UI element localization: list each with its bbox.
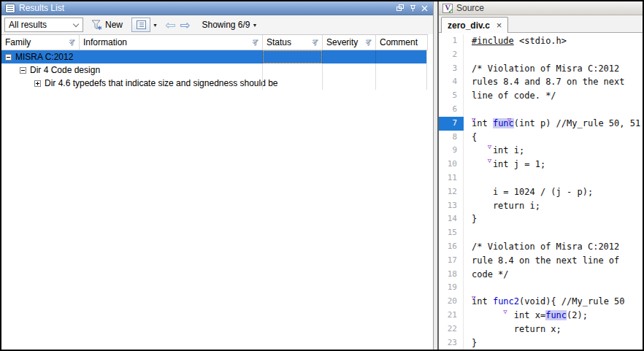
code-line[interactable]: 9▽ int i; (439, 144, 643, 158)
code-line[interactable]: 5line of code. */ (439, 89, 643, 103)
line-number: 14 (439, 212, 464, 226)
layout-caret-icon[interactable]: ▼ (153, 23, 158, 28)
code-text (464, 48, 643, 62)
code-line[interactable]: 23} (439, 336, 643, 350)
code-segment: i = 1024 / (j - p); (472, 187, 593, 197)
code-line[interactable]: 10▽ int j = 1; (439, 158, 643, 171)
status-cell-focus (263, 50, 322, 63)
column-header-label: Comment (380, 37, 425, 47)
next-result-button[interactable]: ⇨ (180, 19, 190, 31)
code-segment: #include (472, 36, 514, 46)
column-header-status[interactable]: Status (263, 35, 323, 50)
results-filter-value: All results (9, 20, 47, 30)
filter-icon[interactable] (311, 39, 320, 47)
column-header-comment[interactable]: Comment (376, 35, 427, 50)
code-segment: { (472, 132, 477, 142)
line-number: 1 (439, 34, 464, 48)
line-number: 4 (439, 75, 464, 89)
tree-expander-plus-icon[interactable] (34, 80, 41, 87)
showing-label: Showing 6/9 (202, 20, 250, 30)
tree-row-label: MISRA C:2012 (15, 52, 73, 62)
float-button[interactable] (396, 4, 405, 12)
code-line[interactable]: 16/* Violation of Misra C:2012 (439, 240, 643, 254)
line-number: 2 (439, 48, 464, 62)
code-line[interactable]: 1#include <stdio.h> (439, 34, 643, 48)
violation-mark-icon[interactable]: ▽ (503, 305, 507, 319)
line-number: 15 (439, 226, 464, 240)
violation-mark-icon[interactable]: ▽ (472, 291, 475, 305)
code-line[interactable]: 17rule 8.4 on the next line of (439, 254, 643, 268)
column-header-label: Severity (326, 37, 364, 47)
code-segment: int x= (472, 310, 545, 320)
code-segment: int i; (472, 145, 524, 155)
code-line[interactable]: 6 (439, 103, 643, 117)
column-header-family[interactable]: Family (1, 35, 80, 50)
code-line[interactable]: 3/* Violation of Misra C:2012 (439, 62, 643, 76)
violation-mark-icon[interactable]: ▽ (472, 113, 475, 127)
chevron-down-icon (73, 20, 79, 26)
line-number: 21 (439, 309, 464, 323)
code-line[interactable]: 11 (439, 171, 643, 185)
violation-mark-icon[interactable]: ▽ (507, 113, 511, 127)
column-header-information[interactable]: Information (80, 35, 263, 50)
code-text: } (464, 336, 643, 350)
pin-button[interactable] (410, 4, 416, 12)
code-line[interactable]: 18code */ (439, 268, 643, 282)
code-line[interactable]: 2 (439, 48, 643, 62)
funnel-new-icon (91, 19, 103, 31)
code-line[interactable]: 12 i = 1024 / (j - p); (439, 185, 643, 199)
line-number: 22 (439, 323, 464, 336)
tree-row-label: Dir 4.6 typedefs that indicate size and … (45, 78, 278, 88)
chevron-down-icon: ▼ (253, 23, 258, 28)
column-header-severity[interactable]: Severity (323, 35, 376, 50)
line-number: 17 (439, 254, 464, 268)
code-line[interactable]: 19 (439, 281, 643, 295)
layout-options-button[interactable] (131, 18, 150, 32)
code-line[interactable]: 20▽int func2(void){ //My_rule 50 (439, 295, 643, 309)
float-icon (396, 4, 405, 12)
code-segment: return i; (472, 201, 540, 211)
function-link[interactable]: func (545, 310, 567, 320)
results-filter-dropdown[interactable]: All results (4, 18, 83, 32)
arrow-left-icon: ⇦ (165, 18, 175, 32)
results-tree-row[interactable]: Dir 4.6 typedefs that indicate size and … (1, 77, 427, 90)
code-line[interactable]: 21▽ int x=func(2); (439, 309, 643, 323)
code-line[interactable]: 14} (439, 212, 643, 226)
previous-result-button[interactable]: ⇦ (165, 19, 175, 31)
tab-zero-div-c[interactable]: zero_div.c × (441, 17, 508, 33)
code-line[interactable]: 8{ (439, 131, 643, 144)
filter-icon[interactable] (364, 39, 373, 47)
tree-expander-minus-icon[interactable] (5, 54, 12, 61)
code-text: ▽ int j = 1; (464, 158, 643, 171)
column-separator (375, 63, 376, 77)
line-number: 16 (439, 240, 464, 254)
code-segment: code */ (472, 269, 509, 279)
code-text (464, 281, 643, 295)
code-line[interactable]: 7▽▽int func(int p) //My_rule 50, 51 (439, 117, 643, 131)
code-line[interactable]: 15 (439, 226, 643, 240)
filter-icon[interactable] (251, 39, 260, 47)
results-table-body: MISRA C:2012Dir 4 Code designDir 4.6 typ… (1, 50, 433, 350)
results-toolbar: All results New ▼ ⇦ ⇨ Showing 6/9 ▼ (1, 15, 433, 34)
line-number: 8 (439, 131, 464, 144)
column-separator (375, 50, 376, 63)
violation-mark-icon[interactable]: ▽ (488, 154, 491, 168)
tab-close-icon[interactable]: × (497, 22, 502, 29)
violation-mark-icon[interactable]: ▽ (488, 140, 491, 154)
results-tree-row[interactable]: Dir 4 Code design (1, 63, 427, 77)
results-tree-row[interactable]: MISRA C:2012 (1, 50, 427, 63)
code-text: /* Violation of Misra C:2012 (464, 240, 643, 254)
close-button[interactable] (421, 5, 428, 12)
tree-expander-minus-icon[interactable] (20, 67, 26, 74)
code-line[interactable]: 22 return x; (439, 323, 643, 336)
showing-results-dropdown[interactable]: Showing 6/9 ▼ (202, 20, 257, 30)
close-icon (421, 5, 428, 12)
code-text: /* Violation of Misra C:2012 (464, 62, 643, 76)
filter-icon[interactable] (68, 39, 77, 47)
code-line[interactable]: 13 return i; (439, 199, 643, 213)
code-text: return i; (464, 199, 643, 213)
new-filter-button[interactable]: New (91, 19, 123, 31)
code-line[interactable]: 4rules 8.4 and 8.7 on the next (439, 75, 643, 89)
source-title: Source (456, 3, 484, 13)
code-segment: (int p) //My_rule 50, 51 (514, 118, 640, 128)
